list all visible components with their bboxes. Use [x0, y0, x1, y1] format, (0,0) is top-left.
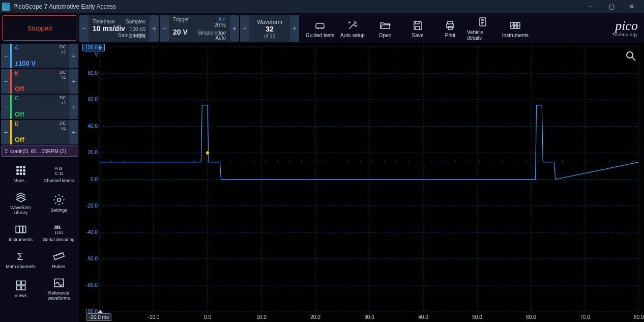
- svg-point-7: [20, 166, 21, 168]
- timebase-body[interactable]: TimebaseSamples 10 ms/div100 kS Sample r…: [89, 15, 150, 42]
- more-button[interactable]: More...: [3, 162, 38, 186]
- y-axis-unit: V: [95, 52, 98, 57]
- svg-text:60.0: 60.0: [88, 97, 98, 102]
- timebase-minus-button[interactable]: −: [79, 15, 89, 42]
- svg-rect-25: [21, 281, 25, 285]
- y-axis-max-label[interactable]: 100.0: [82, 44, 105, 51]
- channel-D-plus[interactable]: +: [69, 120, 78, 144]
- channel-B-minus[interactable]: −: [1, 69, 10, 94]
- zoom-icon[interactable]: [625, 50, 637, 62]
- waveform-plus-button[interactable]: +: [290, 15, 299, 42]
- waveform-sub: of 32: [264, 33, 275, 39]
- math-channel-label: crank(D, 60…00RPM (2): [10, 149, 66, 154]
- instruments-button[interactable]: Instruments: [500, 18, 531, 39]
- waveform-minus-button[interactable]: −: [240, 15, 249, 42]
- main-area: − ADCx1 ±100 V + − BDCx1 Off + − CDCx1 O…: [0, 43, 644, 322]
- channel-C-plus[interactable]: +: [69, 95, 78, 119]
- svg-point-6: [16, 166, 18, 168]
- svg-text:20.0: 20.0: [310, 314, 320, 320]
- brand-logo: pico Technology: [612, 14, 638, 43]
- svg-text:30.0: 30.0: [364, 314, 374, 320]
- svg-point-17: [57, 198, 61, 202]
- channel-B-body[interactable]: BDCx1 Off: [10, 69, 69, 94]
- svg-text:50.0: 50.0: [472, 314, 482, 320]
- waveform-body[interactable]: Waveform 32 of 32: [249, 15, 290, 42]
- rulers-button[interactable]: Rulers: [41, 248, 76, 272]
- channel-D-minus[interactable]: −: [1, 120, 10, 144]
- timebase-samples: 100 kS: [130, 26, 145, 32]
- svg-point-118: [627, 52, 633, 58]
- auto-setup-button[interactable]: Auto setup: [337, 18, 368, 39]
- trigger-auto: Auto: [215, 35, 226, 41]
- svg-marker-117: [206, 151, 210, 155]
- channel-A-body[interactable]: ADCx1 ±100 V: [10, 44, 69, 68]
- views-button[interactable]: Views: [3, 274, 38, 303]
- channel-A-plus[interactable]: +: [69, 44, 78, 68]
- svg-text:80.0: 80.0: [634, 314, 644, 320]
- settings-button[interactable]: Settings: [41, 189, 76, 218]
- serial-decoding-button[interactable]: 1101Serial decoding: [41, 221, 76, 245]
- math-channel-row[interactable]: Σ crank(D, 60…00RPM (2): [1, 145, 78, 157]
- channel-C-minus[interactable]: −: [1, 95, 10, 119]
- svg-point-12: [16, 173, 18, 174]
- svg-text:Σ: Σ: [17, 250, 23, 261]
- svg-rect-19: [19, 226, 22, 232]
- channel-B-value: Off: [15, 85, 66, 93]
- svg-point-11: [23, 169, 24, 171]
- waveform-control: − Waveform 32 of 32 +: [240, 15, 299, 42]
- close-button[interactable]: ✕: [622, 0, 642, 13]
- sidebar: − ADCx1 ±100 V + − BDCx1 Off + − CDCx1 O…: [0, 43, 79, 322]
- timebase-value: 10 ms/div: [93, 24, 125, 33]
- svg-text:-40.0: -40.0: [86, 229, 98, 235]
- svg-point-13: [20, 173, 21, 174]
- channel-labels-button[interactable]: A BC DChannel labels: [41, 162, 76, 186]
- x-axis-marker-icon: [98, 310, 103, 313]
- waveform-value: 32: [266, 25, 274, 33]
- timebase-control: − TimebaseSamples 10 ms/div100 kS Sample…: [79, 15, 159, 42]
- svg-point-0: [349, 22, 350, 23]
- trigger-minus-button[interactable]: −: [160, 15, 169, 42]
- guided-tests-button[interactable]: Guided tests: [304, 18, 336, 39]
- svg-point-10: [20, 169, 21, 171]
- minimize-button[interactable]: ─: [581, 0, 601, 13]
- channel-A-minus[interactable]: −: [1, 44, 10, 68]
- capture-status[interactable]: Stopped: [2, 15, 77, 41]
- trigger-control: − TriggerA ⎍ 20 % 20 VSimple edge Auto +: [160, 15, 239, 42]
- chart-area[interactable]: 80.060.040.020.00.0-20.0-40.0-60.0-80.0-…: [79, 43, 644, 322]
- channel-A-value: ±100 V: [15, 60, 66, 67]
- trigger-plus-button[interactable]: +: [230, 15, 239, 42]
- maximize-button[interactable]: ▢: [601, 0, 622, 13]
- svg-text:1101: 1101: [54, 230, 63, 235]
- timebase-plus-button[interactable]: +: [150, 15, 159, 42]
- open-button[interactable]: Open: [369, 18, 401, 39]
- channel-D-body[interactable]: DDCx1 Off: [10, 120, 69, 144]
- channel-B-plus[interactable]: +: [69, 69, 78, 94]
- svg-rect-27: [21, 286, 25, 290]
- svg-text:40.0: 40.0: [88, 123, 98, 129]
- timebase-samples-label: Samples: [126, 19, 145, 24]
- channel-D-value: Off: [15, 136, 66, 143]
- vehicle-details-button[interactable]: Vehicle details: [467, 15, 499, 42]
- trigger-body[interactable]: TriggerA ⎍ 20 % 20 VSimple edge Auto: [169, 15, 230, 42]
- waveform-library-button[interactable]: Waveform Library: [3, 189, 38, 218]
- svg-text:60.0: 60.0: [526, 314, 536, 320]
- x-axis-min-label[interactable]: -20.0 ms: [86, 313, 111, 321]
- svg-rect-18: [16, 226, 19, 232]
- svg-text:C D: C D: [54, 170, 63, 176]
- print-button[interactable]: Print: [434, 18, 466, 39]
- sigma-icon: Σ: [5, 148, 8, 155]
- svg-rect-20: [23, 226, 25, 232]
- timebase-rate: 1 MS/s: [130, 33, 145, 39]
- reference-waveforms-button[interactable]: Reference waveforms: [41, 274, 76, 303]
- svg-point-9: [16, 169, 18, 171]
- channel-C-body[interactable]: CDCx1 Off: [10, 95, 69, 119]
- math-channels-button[interactable]: ΣMath channels: [3, 248, 38, 272]
- trigger-title: Trigger: [173, 17, 189, 22]
- svg-text:0.0: 0.0: [91, 177, 98, 182]
- svg-rect-23: [53, 252, 64, 259]
- instruments-side-button[interactable]: Instruments: [3, 221, 38, 245]
- trigger-edge-icon: ⎍: [223, 17, 226, 22]
- save-button[interactable]: Save: [402, 18, 433, 39]
- channel-C: − CDCx1 Off +: [1, 95, 78, 119]
- channel-C-value: Off: [15, 110, 66, 118]
